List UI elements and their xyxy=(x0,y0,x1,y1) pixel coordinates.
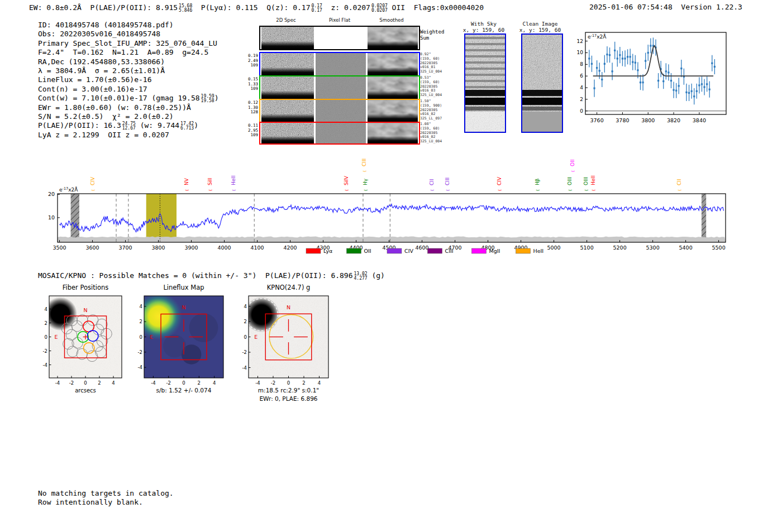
meta-line: 325_LU_004 xyxy=(420,69,442,74)
weighted-sum-line: Sum xyxy=(420,35,429,41)
svg-text:3800: 3800 xyxy=(641,117,655,123)
text-segment: (w: 9.744 xyxy=(136,121,179,130)
flat-bottom xyxy=(522,112,562,132)
meta-line: 325_LU_004 xyxy=(420,93,442,97)
left-value: 109 xyxy=(250,63,258,68)
svg-text:4: 4 xyxy=(318,380,321,386)
svg-text:5200: 5200 xyxy=(613,245,627,251)
svg-text:2: 2 xyxy=(302,380,305,386)
svg-text:3700: 3700 xyxy=(118,245,132,251)
trace-dark-band xyxy=(261,123,314,143)
spec2d-cell-flat xyxy=(316,123,366,143)
clean-image-subtitle: x, y: 159, 60 xyxy=(519,27,561,33)
panel-image-area: NE xyxy=(130,282,234,394)
flux-units-annotation: e-17x2Å xyxy=(59,186,78,193)
legend-label-HeII: HeII xyxy=(533,248,544,254)
masked-hatch-band xyxy=(702,194,706,242)
legend-label-MgII: MgII xyxy=(489,248,500,254)
line-label-CIII: CIII xyxy=(361,159,367,166)
footer-line-1: No matching targets in catalog. xyxy=(38,489,174,498)
svg-text:2: 2 xyxy=(244,319,247,324)
spec2d-cell-smoothed xyxy=(368,27,418,49)
text-segment: EW: 0.8±0.2Å P(LAE)/P(OII): 8.915 xyxy=(29,3,178,12)
info-line: ID: 4018495748 (4018495748.pdf) xyxy=(38,21,219,30)
info-line: LyA z = 2.1299 OII z = 0.0207 xyxy=(38,131,219,140)
dark-band xyxy=(522,98,562,105)
meta-line: v016_02 xyxy=(420,112,435,116)
spec2d-row xyxy=(259,52,420,76)
info-line: P(LAE)/P(OII): 16.324.7512.67 (w: 9.7441… xyxy=(38,121,219,130)
svg-text:0: 0 xyxy=(84,380,87,386)
meta-line: (159, 60) xyxy=(420,80,440,84)
mosaic-kpno-match-line: MOSAIC/KPNO : Possible Matches = 0 (with… xyxy=(38,271,385,281)
svg-text:-4: -4 xyxy=(151,380,155,386)
svg-text:4200: 4200 xyxy=(283,245,297,251)
east-label: E xyxy=(54,334,58,340)
header-stats: EW: 0.8±0.2Å P(LAE)/P(OII): 8.91515.685.… xyxy=(29,3,484,13)
dark-band xyxy=(522,90,562,96)
svg-text:6: 6 xyxy=(580,73,583,79)
svg-text:0: 0 xyxy=(182,380,185,386)
dark-band xyxy=(465,107,505,111)
weighted-sum-line: Weighted xyxy=(420,29,444,35)
spec2d-row-right-meta: 1.08"(159, 60)20220305v016_02325_LU_004 xyxy=(420,122,446,144)
line-label-CIV: CIV xyxy=(497,176,502,185)
elixer-report-page: EW: 0.8±0.2Å P(LAE)/P(OII): 8.91515.685.… xyxy=(0,0,782,532)
left-value: 109 xyxy=(250,132,258,137)
svg-text:-4: -4 xyxy=(43,362,47,368)
line-label-bracket: ( xyxy=(571,170,575,172)
svg-text:-2: -2 xyxy=(138,349,142,355)
legend-label-CIV: CIV xyxy=(404,248,413,254)
spec2d-cell-smoothed xyxy=(368,53,418,75)
line-label-bracket: ( xyxy=(364,189,368,191)
line-label-CII: CII xyxy=(676,179,682,185)
trace-dark-band xyxy=(368,123,418,143)
clean-image-title: Clean Image x, y: 159, 60 xyxy=(519,21,561,33)
error-spectrum-band xyxy=(58,236,726,242)
line-label-bracket: ( xyxy=(91,189,96,191)
line-label-bracket: ( xyxy=(446,189,450,191)
line-label-SiII: SiII xyxy=(207,178,213,185)
svg-text:2: 2 xyxy=(98,380,101,386)
line-label-bracket: ( xyxy=(592,189,596,191)
trace-dark-band xyxy=(368,53,418,75)
spec2d-cell-smoothed xyxy=(368,123,418,143)
footer-line-2: Row intentionally blank. xyxy=(38,498,174,507)
svg-text:-4: -4 xyxy=(55,380,60,386)
meta-line: v016_02 xyxy=(420,135,435,139)
text-segment: LineFlux = 1.70(±0.56)e-16 xyxy=(38,75,152,84)
svg-text:5300: 5300 xyxy=(646,245,660,251)
text-segment: Obs: 20220305v016_4018495748 xyxy=(38,30,160,38)
legend-label-CIII: CIII xyxy=(445,248,454,254)
text-segment: ) xyxy=(214,94,219,102)
svg-text:3600: 3600 xyxy=(85,245,99,251)
spec2d-row-left-values: 0.192.49109 xyxy=(245,54,258,68)
spec2d-row-right-meta: 0.92"(159, 60)20220305v016_01325_LU_004 xyxy=(420,52,446,74)
high-flux-blob xyxy=(135,293,183,340)
svg-text:3840: 3840 xyxy=(693,117,706,123)
svg-text:-2: -2 xyxy=(43,348,47,354)
text-segment: Cont(n) = 3.00(±0.16)e-17 xyxy=(38,85,147,93)
panel-xlabel-1: m:18.5 rc:2.9" s:0.1" xyxy=(258,387,319,394)
spec2d-row-right-meta: 0.53"(159, 60)20220305v016_03325_LU_004 xyxy=(420,76,446,98)
svg-text:-4: -4 xyxy=(138,365,142,370)
meta-line: (159, 60) xyxy=(420,126,440,131)
svg-text:8: 8 xyxy=(580,61,583,67)
trace-dark-band xyxy=(368,27,418,49)
legend-label-OII: OII xyxy=(364,248,371,254)
spec2d-cell-flat xyxy=(316,76,366,99)
spec2d-row xyxy=(259,75,420,100)
panel-xlabel-2: EWr: 0, PLAE: 6.896 xyxy=(259,395,317,402)
full-spectrum-plot: 3500360037003800390040004100420043004400… xyxy=(34,146,751,261)
svg-text:0: 0 xyxy=(45,334,47,340)
line-label-SiIV: SiIV xyxy=(344,175,349,185)
emission-line-labels: (CIV(NV(SiII(HeII(SiIV(CIII(Hγ(CII(CIII(… xyxy=(90,159,682,191)
spec2d-cell-smoothed xyxy=(368,100,418,122)
spec2d-cell-flat xyxy=(316,100,366,122)
svg-text:3800: 3800 xyxy=(151,245,165,251)
info-line: LineFlux = 1.70(±0.56)e-16 xyxy=(38,75,219,84)
svg-text:20: 20 xyxy=(48,191,55,197)
line-label-bracket: ( xyxy=(678,189,682,191)
meta-line: (159, 60) xyxy=(420,56,440,61)
svg-text:3760: 3760 xyxy=(590,117,604,123)
